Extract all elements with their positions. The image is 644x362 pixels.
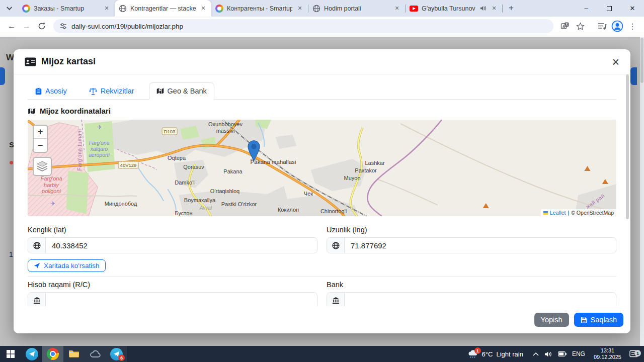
close-button[interactable]: Yopish [534,313,569,327]
tab-asosiy[interactable]: Asosiy [28,82,74,100]
translate-button[interactable] [557,19,573,34]
battery-icon[interactable] [558,351,567,356]
scales-icon [89,87,97,95]
screen: Заказы - Smartup × Kontragentlar — stack… [0,0,644,362]
tab-close-icon[interactable]: × [490,5,498,13]
map-label: Chinortog'i [320,208,347,215]
browser-tab-5[interactable]: G'aybulla Tursunov - Qurala × [406,0,502,17]
map-label: Lashkar [365,160,384,166]
leaflet-map[interactable]: Oxunboboyev massiviD103OqtepaQorasuv40V1… [28,120,616,216]
url-text[interactable]: daily-suvi.com/19l/public/mijozlar.php [71,23,183,30]
map-label: Damko'l [175,179,194,186]
map-label: D103 [162,128,178,135]
site-settings-icon[interactable] [59,22,67,30]
back-button[interactable]: ← [4,19,19,34]
lng-input[interactable] [345,238,616,253]
account-input-group [28,292,317,306]
taskbar-telegram-button[interactable] [21,346,42,362]
star-icon [576,22,585,31]
lat-input[interactable] [46,238,317,253]
bank-row: Hisob raqami (R/C) Bank [28,281,616,306]
map-label: Чек [304,191,313,197]
zoom-in-button[interactable]: + [34,126,47,139]
bank-input-group [327,292,616,306]
taskbar-messenger-button[interactable]: 6 [106,346,127,362]
show-on-map-button[interactable]: Xaritada ko'rsatish [28,259,106,272]
clipboard-icon [35,87,42,95]
window-maximize-button[interactable] [598,0,621,17]
tray-expand-icon[interactable] [533,352,539,356]
weather-temp: 6°C [482,350,493,358]
map-label: Бустон [175,210,193,216]
unread-badge: 6 [118,354,125,361]
map-layers-control[interactable] [33,157,52,176]
modal-scrollbar-thumb[interactable] [626,74,629,219]
tab-audio-icon[interactable] [480,5,487,12]
browser-tab-2-active[interactable]: Kontragentlar — stacked modal × [115,0,211,17]
osm-attribution[interactable]: © OpenStreetMap [571,210,614,216]
modal-close-button[interactable]: × [612,57,619,67]
globe-favicon [312,5,320,13]
browser-menu-button[interactable]: ⋮ [625,19,640,34]
globe-favicon [119,5,127,13]
chrome-icon [47,348,59,360]
profile-button[interactable] [610,19,625,34]
forward-button[interactable]: → [19,19,34,34]
leaflet-link[interactable]: Leaflet [550,210,566,216]
new-tab-button[interactable]: + [505,2,518,15]
map-label: Qorasuv [183,164,204,170]
media-playlist-icon [598,22,607,30]
zoom-out-button[interactable]: − [34,139,47,152]
map-marker-pin[interactable] [248,140,260,161]
volume-icon[interactable] [544,351,552,357]
bookmark-button[interactable] [573,19,588,34]
map-labels: Oxunboboyev massiviD103OqtepaQorasuv40V1… [28,120,616,216]
save-button-label: Saqlash [591,316,617,324]
browser-tab-3[interactable]: Контрагенты - Smartup × [211,0,308,17]
background-text-one: 1 [9,250,13,258]
notification-badge: 1 [634,350,641,356]
translate-icon [560,22,570,31]
taskbar-clock[interactable]: 13:31 09.12.2025 [590,347,625,360]
tab-search-button[interactable] [4,2,16,14]
map-pin-icon [156,87,164,95]
bank-input[interactable] [345,293,616,306]
taskbar-cloud-button[interactable] [85,346,106,362]
taskbar-explorer-button[interactable] [63,346,85,362]
account-label: Hisob raqami (R/C) [28,281,317,289]
background-text-w: W [6,53,14,63]
address-bar[interactable]: daily-suvi.com/19l/public/mijozlar.php [53,19,553,33]
mijoz-kartasi-modal: Mijoz kartasi × Asosiy Rekvizitlar Geo [14,49,630,333]
tab-close-icon[interactable]: × [199,5,207,13]
tab-label: Rekvizitlar [101,87,134,95]
window-minimize-button[interactable]: – [575,0,598,17]
taskbar-chrome-button[interactable] [42,346,63,362]
action-center-button[interactable]: 1 [625,350,644,358]
tab-geo-bank[interactable]: Geo & Bank [149,82,214,100]
tab-title: Hodim portali [324,5,389,12]
tab-close-icon[interactable]: × [103,5,111,13]
start-button[interactable] [0,346,21,362]
telegram-icon [26,348,38,360]
map-label: Кокилон [278,207,299,213]
reload-button[interactable] [34,19,49,34]
windows-logo-icon [7,350,15,358]
language-indicator[interactable]: ENG [572,350,585,357]
browser-tab-1[interactable]: Заказы - Smartup × [18,0,115,17]
section-divider [28,276,616,277]
page-scrollbar-thumb[interactable] [640,38,643,83]
smartup-favicon [215,5,223,13]
page-scrollbar[interactable] [640,37,644,346]
save-button[interactable]: Saqlash [574,313,623,327]
tab-rekvizitlar[interactable]: Rekvizitlar [82,82,142,100]
map-label: 40V129 [118,161,139,169]
media-controls-button[interactable] [595,19,610,34]
browser-tab-4[interactable]: Hodim portali × [308,0,405,17]
file-explorer-icon [68,349,79,358]
tab-separator [502,5,503,13]
tab-close-icon[interactable]: × [393,5,401,13]
account-input[interactable] [46,293,317,306]
weather-widget[interactable]: 1 6°C Light rain [462,349,528,358]
tab-close-icon[interactable]: × [296,5,304,13]
window-close-button[interactable]: ✕ [621,0,644,17]
